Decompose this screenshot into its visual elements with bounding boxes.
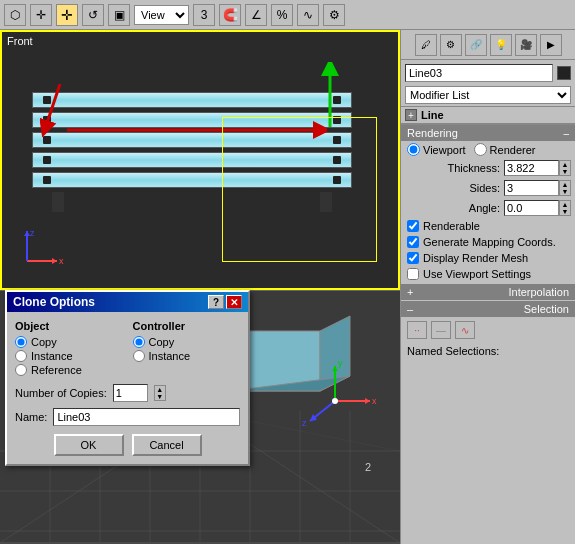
toolbar-icon-wave[interactable]: ∿ (297, 4, 319, 26)
bench-leg-left (52, 192, 64, 212)
instance-radio-label[interactable]: Instance (15, 350, 123, 362)
object-name-input[interactable] (405, 64, 553, 82)
thickness-up[interactable]: ▲ (560, 161, 570, 168)
ctrl-instance-radio[interactable] (133, 350, 145, 362)
thickness-label: Thickness: (405, 162, 504, 174)
copies-row: Number of Copies: ▲ ▼ (15, 384, 240, 402)
object-color-swatch[interactable] (557, 66, 571, 80)
svg-point-38 (332, 398, 338, 404)
panel-icon-4[interactable]: 💡 (490, 34, 512, 56)
panel-icon-5[interactable]: 🎥 (515, 34, 537, 56)
angle-input[interactable] (504, 200, 559, 216)
main-area: Front (0, 30, 575, 544)
selection-icons-row: ·· — ∿ (401, 317, 575, 343)
toolbar-icon-scale[interactable]: ▣ (108, 4, 130, 26)
sides-up[interactable]: ▲ (560, 181, 570, 188)
reference-radio[interactable] (15, 364, 27, 376)
panel-icon-1[interactable]: 🖊 (415, 34, 437, 56)
thickness-row: Thickness: ▲ ▼ (401, 158, 575, 178)
thickness-input[interactable] (504, 160, 559, 176)
instance-radio[interactable] (15, 350, 27, 362)
angle-up[interactable]: ▲ (560, 201, 570, 208)
toolbar-icon-cross[interactable]: ✛ (30, 4, 52, 26)
right-panel: 🖊 ⚙ 🔗 💡 🎥 ▶ Modifier List + Line Render (400, 30, 575, 544)
svg-text:x: x (59, 256, 64, 266)
renderer-radio-label[interactable]: Renderer (474, 143, 536, 156)
dialog-body: Object Copy Instance Reference Controlle… (7, 312, 248, 464)
copies-input[interactable] (113, 384, 148, 402)
line-section-header[interactable]: + Line (401, 106, 575, 124)
modifier-list-row: Modifier List (401, 84, 575, 106)
copies-up[interactable]: ▲ (155, 386, 165, 393)
modifier-list-dropdown[interactable]: Modifier List (405, 86, 571, 104)
copies-spinner[interactable]: ▲ ▼ (154, 385, 166, 401)
named-selections-row: Named Selections: (401, 343, 575, 359)
toolbar-icon-misc[interactable]: ⚙ (323, 4, 345, 26)
svg-line-1 (45, 84, 60, 129)
use-viewport-row: Use Viewport Settings (401, 266, 575, 282)
renderable-checkbox[interactable] (407, 220, 419, 232)
rendering-section: Rendering – Viewport Renderer Thickness: (401, 124, 575, 282)
vertex-icon[interactable]: ·· (407, 321, 427, 339)
svg-text:x: x (372, 396, 377, 406)
dialog-close-btn[interactable]: ✕ (226, 295, 242, 309)
angle-down[interactable]: ▼ (560, 208, 570, 215)
toolbar-icon-move[interactable]: ✛ (56, 4, 78, 26)
cancel-button[interactable]: Cancel (132, 434, 202, 456)
angle-row: Angle: ▲ ▼ (401, 198, 575, 218)
view-dropdown[interactable]: View (134, 5, 189, 25)
display-render-checkbox[interactable] (407, 252, 419, 264)
rendering-header[interactable]: Rendering – (401, 125, 575, 141)
reference-radio-label[interactable]: Reference (15, 364, 123, 376)
ok-button[interactable]: OK (54, 434, 124, 456)
spline-icon[interactable]: ∿ (455, 321, 475, 339)
interpolation-toggle: + (407, 286, 413, 298)
viewport-front-label: Front (7, 35, 33, 47)
toolbar-icon-3[interactable]: 3 (193, 4, 215, 26)
ctrl-copy-radio[interactable] (133, 336, 145, 348)
dialog-help-btn[interactable]: ? (208, 295, 224, 309)
selection-box (222, 117, 377, 262)
copy-radio[interactable] (15, 336, 27, 348)
viewport-radio[interactable] (407, 143, 420, 156)
viewport-radio-label[interactable]: Viewport (407, 143, 466, 156)
front-axis-indicator: x z (17, 226, 67, 273)
toolbar-icon-hex[interactable]: ⬡ (4, 4, 26, 26)
named-selections-label: Named Selections: (407, 345, 499, 357)
viewport-front[interactable]: Front (0, 30, 400, 290)
sides-input[interactable] (504, 180, 559, 196)
panel-icon-2[interactable]: ⚙ (440, 34, 462, 56)
thickness-down[interactable]: ▼ (560, 168, 570, 175)
use-viewport-label: Use Viewport Settings (423, 268, 531, 280)
sides-spinner[interactable]: ▲ ▼ (559, 180, 571, 196)
angle-spinner[interactable]: ▲ ▼ (559, 200, 571, 216)
dialog-options-row: Object Copy Instance Reference Controlle… (15, 320, 240, 378)
ctrl-instance-radio-label[interactable]: Instance (133, 350, 241, 362)
panel-icon-3[interactable]: 🔗 (465, 34, 487, 56)
sides-label: Sides: (405, 182, 504, 194)
dialog-buttons: OK Cancel (15, 434, 240, 456)
renderer-radio[interactable] (474, 143, 487, 156)
line-expand-icon[interactable]: + (405, 109, 417, 121)
svg-text:y: y (338, 358, 343, 368)
ctrl-copy-radio-label[interactable]: Copy (133, 336, 241, 348)
toolbar-icon-percent[interactable]: % (271, 4, 293, 26)
gen-mapping-checkbox[interactable] (407, 236, 419, 248)
toolbar-icon-snap[interactable]: 🧲 (219, 4, 241, 26)
thickness-spinner[interactable]: ▲ ▼ (559, 160, 571, 176)
copy-radio-label[interactable]: Copy (15, 336, 123, 348)
selection-header[interactable]: – Selection (401, 301, 575, 317)
svg-text:2: 2 (365, 461, 371, 473)
dialog-name-input[interactable] (53, 408, 240, 426)
use-viewport-checkbox[interactable] (407, 268, 419, 280)
display-render-label: Display Render Mesh (423, 252, 528, 264)
copies-down[interactable]: ▼ (155, 393, 165, 400)
interpolation-header[interactable]: + Interpolation (401, 284, 575, 300)
panel-icon-6[interactable]: ▶ (540, 34, 562, 56)
sides-down[interactable]: ▼ (560, 188, 570, 195)
toolbar-icon-rotate[interactable]: ↺ (82, 4, 104, 26)
toolbar-icon-angle[interactable]: ∠ (245, 4, 267, 26)
segment-icon[interactable]: — (431, 321, 451, 339)
copies-label: Number of Copies: (15, 387, 107, 399)
ctrl-copy-label: Copy (149, 336, 175, 348)
